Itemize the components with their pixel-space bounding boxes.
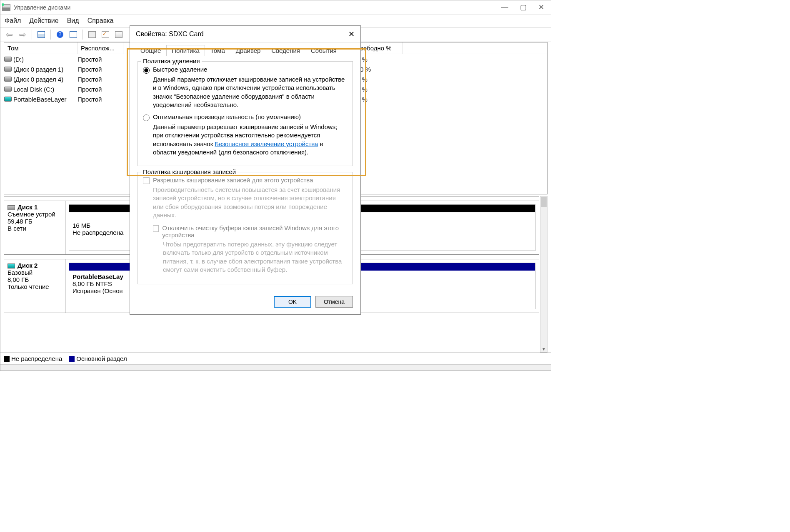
refresh-button[interactable] (68, 29, 79, 40)
better-performance-radio[interactable] (143, 114, 150, 121)
removal-policy-group: Политика удаления Быстрое удаление Данны… (138, 61, 353, 166)
app-icon (2, 4, 10, 11)
col-header-rasp[interactable]: Располож... (78, 42, 123, 54)
disk-icon (4, 87, 12, 92)
disk-1-info[interactable]: Диск 1 Съемное устрой 59,48 ГБ В сети (4, 201, 65, 255)
disable-buffer-flush-desc: Чтобы предотвратить потерю данных, эту ф… (163, 240, 348, 274)
maximize-button[interactable]: ▢ (520, 3, 527, 12)
disk-2-info[interactable]: Диск 2 Базовый 8,00 ГБ Только чтение (4, 259, 65, 313)
disk-icon (4, 77, 12, 82)
titlebar: Управление дисками — ▢ ✕ (0, 0, 551, 15)
enable-write-cache-desc: Производительность системы повышается за… (153, 186, 348, 219)
menu-help[interactable]: Справка (88, 17, 114, 25)
volume-layout: Простой (78, 76, 123, 83)
menu-view[interactable]: Вид (67, 17, 79, 25)
tool-button-c[interactable] (113, 29, 124, 40)
volume-name: (Диск 0 раздел 1) (13, 66, 63, 73)
disk-icon (4, 57, 12, 62)
tab-events[interactable]: События (305, 45, 342, 56)
disk-icon (8, 205, 15, 210)
volume-layout: Простой (78, 56, 123, 63)
ok-button[interactable]: OK (274, 296, 311, 308)
tool-button-a[interactable] (87, 29, 98, 40)
quick-removal-label: Быстрое удаление (153, 66, 207, 73)
tab-volumes[interactable]: Тома (205, 45, 230, 56)
volume-free-pct: 6 % (357, 76, 402, 83)
write-cache-policy-group: Политика кэширования записей Разрешить к… (138, 172, 353, 284)
statusbar (0, 364, 551, 371)
menu-file[interactable]: Файл (5, 17, 21, 25)
better-performance-label: Оптимальная производительность (по умолч… (153, 113, 301, 120)
menu-action[interactable]: Действие (29, 17, 58, 25)
tab-policy[interactable]: Политика (166, 45, 205, 56)
volume-name: (Диск 0 раздел 4) (13, 76, 63, 83)
removal-policy-legend: Политика удаления (141, 57, 202, 65)
legend-primary: Основной раздел (69, 355, 127, 362)
properties-dialog: Свойства: SDXC Card ✕ Общие Политика Том… (130, 25, 361, 315)
tab-general[interactable]: Общие (135, 45, 166, 56)
disable-buffer-flush-checkbox (153, 225, 159, 232)
volume-free-pct: 8 % (357, 86, 402, 93)
legend: Не распределена Основной раздел (0, 353, 551, 364)
enable-write-cache-label: Разрешить кэширование записей для этого … (153, 177, 313, 184)
quick-removal-radio[interactable] (143, 67, 150, 74)
vertical-scrollbar[interactable]: ▲ ▼ (540, 196, 548, 353)
window-title: Управление дисками (14, 4, 70, 11)
volume-name: (D:) (13, 56, 24, 63)
nav-forward-button[interactable]: ⇨ (17, 29, 28, 40)
close-button[interactable]: ✕ (538, 3, 544, 12)
disk-icon (4, 97, 12, 102)
tool-button-b[interactable] (100, 29, 111, 40)
dialog-close-button[interactable]: ✕ (348, 30, 355, 39)
volume-free-pct: 5 % (357, 96, 402, 103)
volume-free-pct: 6 % (357, 56, 402, 63)
better-performance-desc: Данный параметр разрешает кэширование за… (153, 123, 348, 157)
legend-unallocated: Не распределена (4, 355, 62, 362)
scrollbar-thumb[interactable] (541, 197, 547, 207)
tab-details[interactable]: Сведения (266, 45, 305, 56)
disk-icon (8, 264, 15, 268)
volume-layout: Простой (78, 96, 123, 103)
col-header-tom[interactable]: Том (4, 42, 78, 54)
volume-free-pct: 00 % (357, 66, 402, 73)
write-cache-policy-legend: Политика кэширования записей (141, 168, 238, 175)
col-header-free[interactable]: вободно % (357, 42, 402, 54)
disk-icon (4, 67, 12, 72)
volume-layout: Простой (78, 86, 123, 93)
nav-back-button[interactable]: ⇦ (4, 29, 15, 40)
safe-removal-link[interactable]: Безопасное извлечение устройства (215, 140, 318, 147)
quick-removal-desc: Данный параметр отключает кэширование за… (153, 75, 348, 109)
volume-name: PortableBaseLayer (13, 96, 67, 103)
disable-buffer-flush-label: Отключить очистку буфера кэша записей Wi… (162, 224, 348, 239)
volume-name: Local Disk (C:) (13, 86, 54, 93)
dialog-title: Свойства: SDXC Card (136, 30, 204, 38)
enable-write-cache-checkbox (143, 177, 150, 184)
minimize-button[interactable]: — (501, 3, 508, 12)
scroll-down-icon: ▼ (542, 347, 546, 351)
cancel-button[interactable]: Отмена (315, 296, 353, 308)
properties-button[interactable] (36, 29, 47, 40)
volume-layout: Простой (78, 66, 123, 73)
dialog-tabs: Общие Политика Тома Драйвер Сведения Соб… (130, 42, 360, 56)
help-button[interactable]: ? (55, 29, 65, 40)
tab-driver[interactable]: Драйвер (230, 45, 266, 56)
